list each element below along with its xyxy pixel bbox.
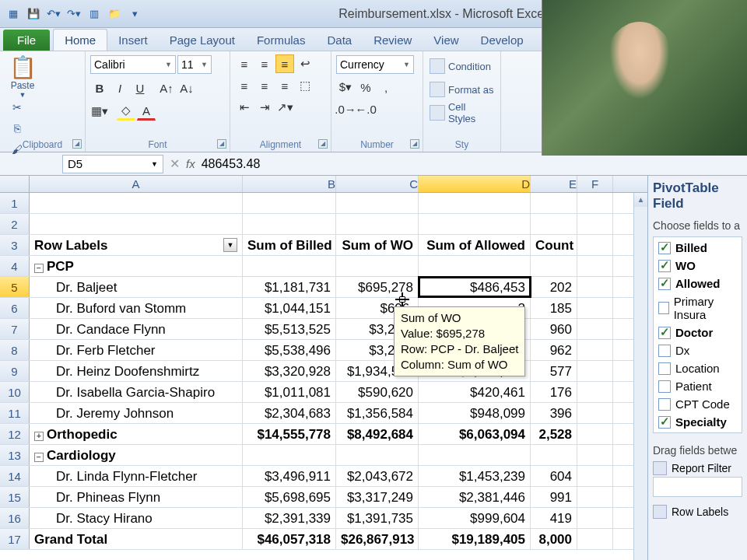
- cell[interactable]: [577, 445, 613, 465]
- qat-item-icon[interactable]: 📁: [106, 5, 123, 23]
- cell[interactable]: $590,620: [336, 382, 419, 402]
- cell[interactable]: $5,513,525: [243, 319, 336, 339]
- cell[interactable]: [243, 256, 336, 276]
- bold-button[interactable]: B: [90, 79, 109, 97]
- cell[interactable]: +Orthopedic: [30, 424, 243, 444]
- cell[interactable]: 185: [531, 298, 577, 318]
- formula-input[interactable]: [202, 157, 435, 171]
- underline-button[interactable]: U: [131, 79, 149, 97]
- align-middle-icon[interactable]: ≡: [255, 54, 274, 73]
- cell[interactable]: 960: [531, 319, 577, 339]
- cell[interactable]: $5,538,496: [243, 340, 336, 360]
- save-icon[interactable]: 💾: [25, 5, 42, 23]
- cell[interactable]: [419, 193, 531, 213]
- row-header[interactable]: 5: [0, 277, 30, 297]
- checkbox-icon[interactable]: [658, 242, 671, 254]
- checkbox-icon[interactable]: [658, 362, 671, 375]
- cut-icon[interactable]: ✂: [8, 101, 26, 120]
- cell[interactable]: −Cardiology: [30, 445, 243, 465]
- align-right-icon[interactable]: ≡: [275, 76, 294, 95]
- filter-dropdown-icon[interactable]: ▼: [223, 238, 237, 252]
- cell[interactable]: $486,453: [419, 277, 531, 297]
- row-header[interactable]: 14: [0, 466, 30, 486]
- field-item[interactable]: Specialty: [655, 413, 740, 431]
- field-item[interactable]: Doctor: [655, 324, 740, 341]
- qat-item-icon[interactable]: ▥: [86, 5, 103, 23]
- cell[interactable]: $8,492,684: [336, 424, 419, 444]
- cell[interactable]: Dr. Ferb Fletcher: [30, 340, 243, 360]
- tab-review[interactable]: Review: [363, 30, 423, 51]
- checkbox-icon[interactable]: [658, 416, 671, 429]
- align-bottom-icon[interactable]: ≡: [275, 54, 294, 73]
- tab-file[interactable]: File: [3, 30, 50, 51]
- cell[interactable]: Row Labels▼: [30, 235, 243, 255]
- tab-page-layout[interactable]: Page Layout: [159, 30, 246, 51]
- row-header[interactable]: 15: [0, 487, 30, 507]
- field-item[interactable]: Location: [655, 359, 740, 377]
- row-header[interactable]: 8: [0, 340, 30, 360]
- cell[interactable]: [243, 193, 336, 213]
- cell[interactable]: −PCP: [30, 256, 243, 276]
- conditional-formatting-button[interactable]: Condition: [430, 54, 496, 78]
- cell[interactable]: Dr. Buford van Stomm: [30, 298, 243, 318]
- cell[interactable]: $999,604: [419, 508, 531, 528]
- cell[interactable]: [577, 340, 613, 360]
- field-item[interactable]: CPT Code: [655, 395, 740, 413]
- cell[interactable]: 577: [531, 361, 577, 381]
- checkbox-icon[interactable]: [658, 327, 671, 339]
- cell[interactable]: Count: [531, 235, 577, 255]
- tab-insert[interactable]: Insert: [107, 30, 159, 51]
- tab-home[interactable]: Home: [53, 29, 107, 51]
- row-header[interactable]: 12: [0, 424, 30, 444]
- cell[interactable]: $14,555,778: [243, 424, 336, 444]
- row-header[interactable]: 17: [0, 529, 30, 549]
- currency-icon[interactable]: $▾: [336, 78, 355, 96]
- tab-data[interactable]: Data: [316, 30, 363, 51]
- cell[interactable]: 604: [531, 466, 577, 486]
- cell[interactable]: [577, 424, 613, 444]
- cell[interactable]: [577, 319, 613, 339]
- cell[interactable]: [577, 403, 613, 423]
- cell[interactable]: [577, 235, 613, 255]
- font-color-icon[interactable]: A: [137, 102, 156, 121]
- qat-more-icon[interactable]: ▾: [126, 5, 143, 23]
- cell[interactable]: 8,000: [531, 529, 577, 549]
- cell[interactable]: [531, 445, 577, 465]
- cell[interactable]: [531, 193, 577, 213]
- col-header[interactable]: F: [577, 176, 613, 192]
- cell[interactable]: [243, 445, 336, 465]
- cell[interactable]: Sum of Billed: [243, 235, 336, 255]
- cell[interactable]: Dr. Jeremy Johnson: [30, 403, 243, 423]
- col-header[interactable]: E: [531, 176, 577, 192]
- cell[interactable]: [577, 361, 613, 381]
- cell[interactable]: 396: [531, 403, 577, 423]
- tab-formulas[interactable]: Formulas: [246, 30, 317, 51]
- number-format-combo[interactable]: Currency▼: [336, 55, 414, 74]
- cell[interactable]: [336, 193, 419, 213]
- drop-zone[interactable]: [653, 477, 742, 497]
- cell[interactable]: 962: [531, 340, 577, 360]
- cell[interactable]: $3,320,928: [243, 361, 336, 381]
- checkbox-icon[interactable]: [658, 345, 671, 357]
- row-header[interactable]: 13: [0, 445, 30, 465]
- cell[interactable]: [577, 214, 613, 234]
- cell[interactable]: Dr. Phineas Flynn: [30, 487, 243, 507]
- format-as-table-button[interactable]: Format as: [430, 78, 496, 101]
- percent-icon[interactable]: %: [356, 78, 375, 96]
- cell[interactable]: $948,099: [419, 403, 531, 423]
- tab-view[interactable]: View: [423, 30, 469, 51]
- wrap-text-icon[interactable]: ↩: [296, 54, 314, 73]
- row-header[interactable]: 11: [0, 403, 30, 423]
- expand-icon[interactable]: +: [34, 432, 44, 441]
- increase-decimal-icon[interactable]: .0→: [336, 100, 355, 118]
- cell[interactable]: [577, 529, 613, 549]
- decrease-decimal-icon[interactable]: ←.0: [356, 100, 375, 118]
- orientation-icon[interactable]: ↗▾: [275, 98, 294, 117]
- cell[interactable]: [419, 256, 531, 276]
- cell[interactable]: [577, 508, 613, 528]
- cell[interactable]: Grand Total: [30, 529, 243, 549]
- dialog-launcher-icon[interactable]: ◢: [217, 139, 226, 149]
- cell[interactable]: [531, 256, 577, 276]
- worksheet[interactable]: A B C D E F 123Row Labels▼Sum of BilledS…: [0, 176, 647, 560]
- border-icon[interactable]: ▦▾: [90, 102, 109, 121]
